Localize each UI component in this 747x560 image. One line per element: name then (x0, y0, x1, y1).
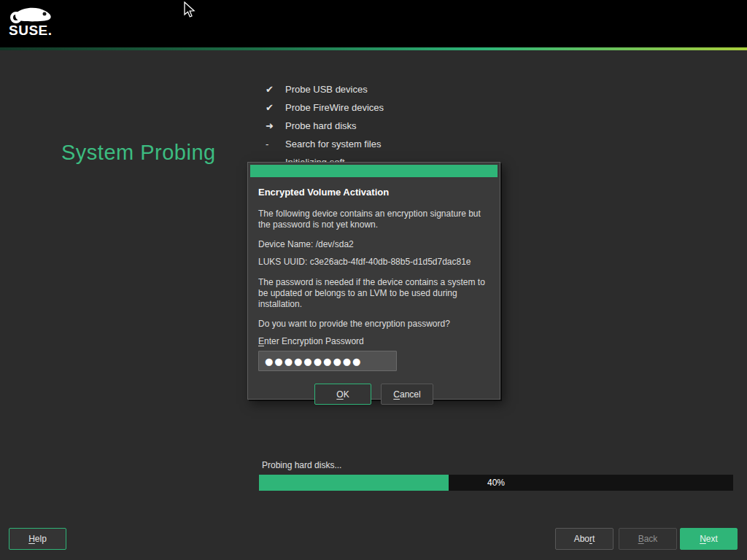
cancel-button[interactable]: Cancel (381, 384, 433, 405)
page-title: System Probing (61, 141, 216, 165)
luks-uuid-line: LUKS UUID: c3e26acb-4fdf-40db-88b5-d1d5d… (258, 257, 489, 268)
checklist-item-label: Probe USB devices (285, 84, 368, 95)
checklist-item: ✔ Probe USB devices (263, 80, 384, 98)
help-button[interactable]: Help (9, 528, 66, 550)
check-icon: ✔ (263, 84, 285, 95)
dialog-title: Encrypted Volume Activation (258, 187, 489, 198)
dialog-titlebar[interactable] (250, 165, 498, 177)
device-name-line: Device Name: /dev/sda2 (258, 239, 489, 250)
header-accent-line (0, 47, 747, 50)
checklist-item-label: Search for system files (285, 139, 382, 149)
checklist-item: ✔ Probe FireWire devices (263, 98, 384, 117)
password-question: Do you want to provide the encryption pa… (258, 319, 489, 330)
abort-button[interactable]: Abort (555, 528, 614, 550)
dash-icon: - (263, 139, 285, 149)
checklist-item: - Search for system files (263, 135, 384, 153)
check-icon: ✔ (263, 102, 285, 113)
progress-label: Probing hard disks... (262, 460, 341, 470)
dialog-intro-text: The following device contains an encrypt… (258, 209, 489, 230)
probe-checklist: ✔ Probe USB devices ✔ Probe FireWire dev… (263, 80, 384, 171)
header-bar: SUSE. (0, 0, 747, 47)
password-explanation: The password is needed if the device con… (258, 277, 489, 310)
dialog-body: Encrypted Volume Activation The followin… (248, 187, 500, 405)
ok-button[interactable]: OK (314, 384, 371, 405)
encrypted-volume-dialog: Encrypted Volume Activation The followin… (247, 162, 500, 400)
checklist-item: ➜ Probe hard disks (263, 117, 384, 135)
next-button[interactable]: Next (680, 528, 738, 550)
brand-wordmark: SUSE. (9, 23, 74, 39)
password-label: Enter Encryption Password (258, 336, 489, 346)
password-input[interactable] (258, 351, 397, 371)
dialog-button-row: OK Cancel (258, 384, 489, 405)
checklist-item-label: Probe hard disks (285, 120, 357, 131)
suse-logo: SUSE. (9, 5, 74, 39)
arrow-icon: ➜ (263, 120, 285, 131)
back-button[interactable]: Back (619, 528, 677, 550)
progress-bar: 40% (259, 475, 733, 491)
progress-percent: 40% (259, 475, 733, 491)
chameleon-icon (9, 5, 55, 24)
checklist-item-label: Probe FireWire devices (285, 102, 384, 113)
